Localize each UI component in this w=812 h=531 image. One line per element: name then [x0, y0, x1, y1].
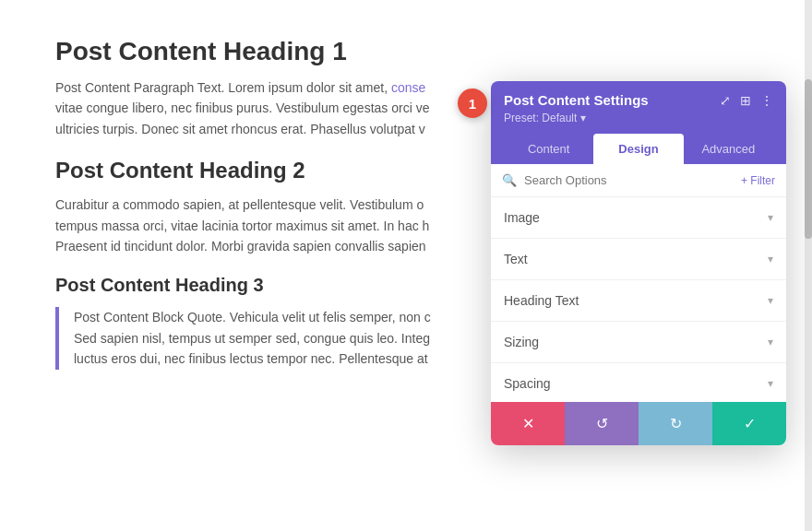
accordion-image[interactable]: Image ▾ [491, 197, 786, 239]
scrollbar[interactable] [805, 0, 812, 531]
para1-link[interactable]: conse [391, 80, 425, 95]
blockquote: Post Content Block Quote. Vehicula velit… [55, 307, 517, 369]
heading-1: Post Content Heading 1 [55, 37, 517, 66]
scrollbar-thumb[interactable] [805, 79, 812, 239]
heading-2: Post Content Heading 2 [55, 158, 517, 183]
content-area: Post Content Heading 1 Post Content Para… [55, 37, 517, 370]
settings-panel: Post Content Settings ⤢ ⊞ ⋮ Preset: Defa… [491, 81, 786, 445]
step-badge: 1 [458, 88, 487, 118]
accordion-heading-text[interactable]: Heading Text ▾ [491, 280, 786, 322]
resize-icon-1[interactable]: ⤢ [720, 94, 731, 107]
blockquote-text: Post Content Block Quote. Vehicula velit… [74, 307, 517, 369]
chevron-down-icon: ▾ [768, 377, 773, 390]
action-bar: ✕ ↺ ↻ ✓ [491, 402, 786, 445]
panel-preset[interactable]: Preset: Default ▾ [504, 112, 773, 124]
search-icon: 🔍 [502, 173, 517, 187]
redo-button[interactable]: ↻ [639, 402, 712, 445]
save-button[interactable]: ✓ [712, 402, 786, 445]
panel-title-row: Post Content Settings ⤢ ⊞ ⋮ [504, 92, 773, 108]
filter-button[interactable]: + Filter [741, 174, 775, 187]
tab-design[interactable]: Design [593, 134, 683, 164]
heading-3: Post Content Heading 3 [55, 275, 517, 296]
chevron-down-icon: ▾ [768, 294, 773, 307]
tab-content[interactable]: Content [504, 134, 593, 164]
search-input[interactable] [524, 173, 734, 187]
panel-tabs: Content Design Advanced [504, 134, 773, 164]
panel-search: 🔍 + Filter [491, 164, 786, 197]
paragraph-1: Post Content Paragraph Text. Lorem ipsum… [55, 77, 517, 139]
panel-icons: ⤢ ⊞ ⋮ [720, 94, 773, 107]
page-content: Post Content Heading 1 Post Content Para… [0, 0, 812, 531]
chevron-down-icon: ▾ [768, 336, 773, 348]
panel-title: Post Content Settings [504, 92, 649, 108]
accordion-sizing[interactable]: Sizing ▾ [491, 322, 786, 363]
chevron-down-icon: ▾ [768, 211, 773, 224]
chevron-down-icon: ▾ [768, 253, 773, 266]
accordion-spacing[interactable]: Spacing ▾ [491, 363, 786, 405]
undo-button[interactable]: ↺ [565, 402, 639, 445]
paragraph-2: Curabitur a commodo sapien, at pellentes… [55, 195, 517, 256]
panel-header: Post Content Settings ⤢ ⊞ ⋮ Preset: Defa… [491, 81, 786, 164]
cancel-button[interactable]: ✕ [491, 402, 565, 445]
more-options-icon[interactable]: ⋮ [760, 94, 773, 107]
resize-icon-2[interactable]: ⊞ [740, 94, 751, 107]
accordion-text[interactable]: Text ▾ [491, 239, 786, 280]
tab-advanced[interactable]: Advanced [684, 134, 773, 164]
